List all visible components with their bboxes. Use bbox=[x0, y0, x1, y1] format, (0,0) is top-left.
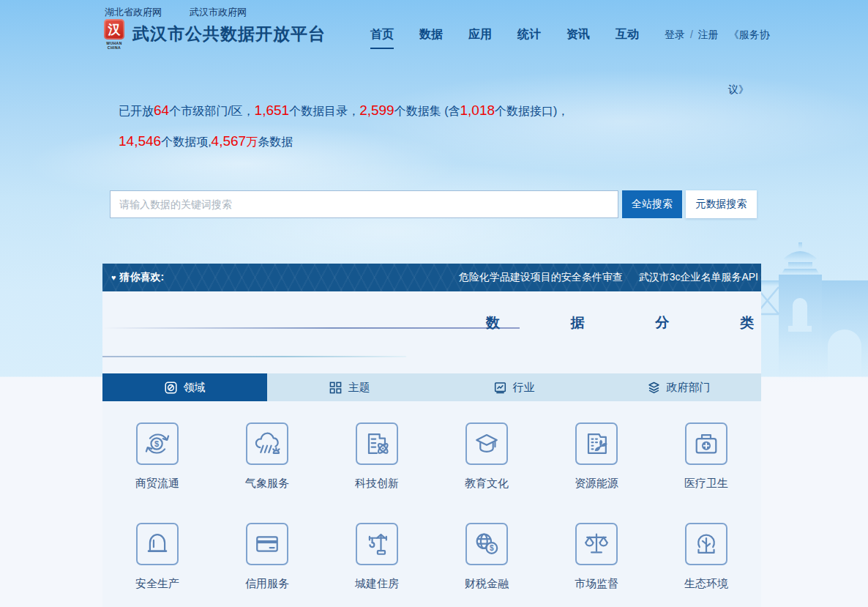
category-finance-tax[interactable]: $ 财税金融 bbox=[432, 510, 542, 607]
stat-record-count: 4,567 bbox=[212, 133, 247, 149]
finance-tax-icon: $ bbox=[465, 523, 508, 565]
stat-item-count: 14,546 bbox=[119, 133, 161, 149]
guess-links: 危险化学品建设项目的安全条件审查 武汉市3c企业名单服务API bbox=[459, 271, 758, 284]
ecology-environment-icon bbox=[685, 523, 727, 565]
hubei-gov-link[interactable]: 湖北省政府网 bbox=[105, 6, 162, 19]
category-label: 气象服务 bbox=[245, 477, 289, 491]
site-title: 武汉市公共数据开放平台 bbox=[132, 23, 326, 45]
stat-dataset-count: 2,599 bbox=[359, 103, 394, 118]
credit-service-icon bbox=[246, 523, 288, 565]
safety-production-icon bbox=[136, 523, 179, 565]
nav-stats[interactable]: 统计 bbox=[517, 27, 541, 48]
medical-health-icon bbox=[685, 422, 727, 465]
heart-icon: ♥ bbox=[111, 273, 116, 282]
category-education-culture[interactable]: 教育文化 bbox=[432, 410, 542, 510]
classification-tabs: 领域 主题 行业 政府部门 bbox=[102, 373, 761, 401]
service-agreement-link[interactable]: 《服务协 bbox=[729, 29, 770, 42]
login-register-divider: / bbox=[688, 29, 695, 40]
guess-link-hazard-chemicals[interactable]: 危险化学品建设项目的安全条件审查 bbox=[459, 271, 623, 284]
top-gov-links: 湖北省政府网 武汉市政府网 bbox=[105, 6, 247, 19]
layers-icon bbox=[648, 381, 660, 394]
nav-interact[interactable]: 互动 bbox=[616, 27, 639, 48]
nav-data[interactable]: 数据 bbox=[419, 27, 443, 48]
category-medical-health[interactable]: 医疗卫生 bbox=[651, 410, 761, 510]
wuhan-logo-icon: 汉 WUHAN CHINA bbox=[103, 19, 125, 50]
decor-line-bottom bbox=[102, 356, 406, 357]
category-label: 安全生产 bbox=[135, 577, 179, 591]
service-agreement-link-wrapped[interactable]: 议》 bbox=[728, 83, 749, 97]
stat-api-count: 1,018 bbox=[460, 103, 495, 118]
stat-catalog-count: 1,651 bbox=[255, 103, 290, 118]
logo-glyph: 汉 bbox=[104, 19, 124, 40]
search-bar: 全站搜索 元数据搜索 bbox=[110, 190, 757, 218]
section-title-data-classification: 数 据 分 类 bbox=[486, 313, 754, 332]
category-label: 城建住房 bbox=[355, 577, 399, 591]
account-links: 登录 / 注册 bbox=[665, 29, 719, 42]
guess-link-3c-enterprises[interactable]: 武汉市3c企业名单服务API bbox=[639, 271, 758, 284]
main-nav: 首页 数据 应用 统计 资讯 互动 登录 / 注册 《服务协 bbox=[370, 27, 770, 49]
target-icon bbox=[165, 381, 177, 394]
chart-icon bbox=[494, 381, 506, 394]
tab-theme[interactable]: 主题 bbox=[267, 373, 432, 401]
meta-search-button[interactable]: 元数据搜索 bbox=[686, 190, 757, 218]
nav-news[interactable]: 资讯 bbox=[566, 27, 590, 48]
trade-circulation-icon: $ bbox=[136, 422, 179, 465]
category-label: 信用服务 bbox=[245, 577, 289, 591]
category-weather-service[interactable]: 气象服务 bbox=[212, 410, 322, 510]
guess-you-like-bar: ♥ 猜你喜欢: 危险化学品建设项目的安全条件审查 武汉市3c企业名单服务API bbox=[102, 264, 761, 291]
guess-you-like-label: ♥ 猜你喜欢: bbox=[111, 271, 164, 284]
category-label: 资源能源 bbox=[575, 477, 618, 491]
open-data-stats: 已开放64个市级部门/区，1,651个数据目录，2,599个数据集 (含1,01… bbox=[119, 95, 571, 157]
category-market-supervision[interactable]: 市场监督 bbox=[542, 510, 651, 607]
resource-energy-icon bbox=[575, 422, 618, 465]
search-input[interactable] bbox=[110, 190, 618, 218]
category-safety-production[interactable]: 安全生产 bbox=[102, 510, 212, 607]
category-ecology-environment[interactable]: 生态环境 bbox=[651, 510, 761, 607]
tab-government-dept[interactable]: 政府部门 bbox=[596, 373, 761, 401]
category-credit-service[interactable]: 信用服务 bbox=[212, 510, 322, 607]
site-search-button[interactable]: 全站搜索 bbox=[622, 190, 682, 218]
market-supervision-icon bbox=[575, 523, 618, 565]
category-label: 财税金融 bbox=[465, 577, 509, 591]
wuhan-gov-link[interactable]: 武汉市政府网 bbox=[190, 6, 247, 19]
decor-line-top bbox=[102, 327, 520, 329]
svg-text:$: $ bbox=[154, 439, 159, 448]
category-grid: $ 商贸流通 气象服务 bbox=[102, 410, 761, 607]
logo-caption: WUHAN CHINA bbox=[106, 41, 122, 50]
category-trade-circulation[interactable]: $ 商贸流通 bbox=[102, 410, 212, 510]
page: 湖北省政府网 武汉市政府网 汉 WUHAN CHINA 武汉市公共数据开放平台 … bbox=[0, 0, 868, 607]
nav-apps[interactable]: 应用 bbox=[468, 27, 492, 48]
data-classification-panel: 数 据 分 类 领域 主题 bbox=[102, 291, 761, 607]
nav-home[interactable]: 首页 bbox=[370, 27, 394, 49]
science-innovation-icon bbox=[356, 422, 398, 465]
category-label: 医疗卫生 bbox=[684, 477, 728, 491]
svg-text:$: $ bbox=[490, 544, 494, 552]
weather-service-icon bbox=[246, 422, 288, 465]
tab-domain[interactable]: 领域 bbox=[102, 373, 267, 401]
stat-departments-count: 64 bbox=[154, 103, 169, 118]
category-label: 教育文化 bbox=[465, 477, 509, 491]
education-culture-icon bbox=[465, 422, 508, 465]
grid-icon bbox=[329, 381, 342, 394]
login-link[interactable]: 登录 bbox=[665, 29, 685, 40]
register-link[interactable]: 注册 bbox=[698, 29, 719, 40]
category-urban-housing[interactable]: 城建住房 bbox=[322, 510, 432, 607]
site-brand[interactable]: 汉 WUHAN CHINA 武汉市公共数据开放平台 bbox=[103, 19, 326, 50]
category-resource-energy[interactable]: 资源能源 bbox=[542, 410, 651, 510]
category-label: 生态环境 bbox=[684, 577, 728, 591]
category-science-innovation[interactable]: 科技创新 bbox=[322, 410, 432, 510]
category-label: 商贸流通 bbox=[135, 477, 179, 491]
tab-industry[interactable]: 行业 bbox=[432, 373, 596, 401]
category-label: 市场监督 bbox=[575, 577, 618, 591]
category-label: 科技创新 bbox=[355, 477, 399, 491]
urban-housing-icon bbox=[356, 523, 398, 565]
